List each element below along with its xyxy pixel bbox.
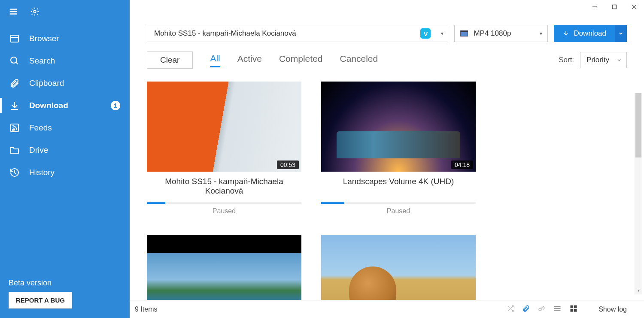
svg-rect-18 <box>571 309 574 312</box>
download-card[interactable] <box>147 235 301 300</box>
svg-point-3 <box>11 57 17 63</box>
film-icon <box>460 29 468 38</box>
gear-icon[interactable] <box>30 7 39 18</box>
search-icon <box>9 56 20 66</box>
duration-badge: 00:53 <box>277 161 299 169</box>
tab-all[interactable]: All <box>210 53 220 67</box>
sidebar: Browser Search Clipboard Download 1 Feed… <box>0 0 130 318</box>
sidebar-item-history[interactable]: History <box>0 161 130 184</box>
download-card[interactable]: 04:18 Landscapes Volume 4K (UHD) Paused <box>321 82 476 215</box>
progress-bar <box>321 202 476 204</box>
sidebar-item-feeds[interactable]: Feeds <box>0 117 130 139</box>
chevron-down-icon[interactable]: ▾ <box>441 30 444 36</box>
attachment-icon[interactable] <box>522 305 530 314</box>
svg-rect-5 <box>11 124 18 132</box>
sidebar-item-clipboard[interactable]: Clipboard <box>0 72 130 94</box>
sidebar-item-browser[interactable]: Browser <box>0 27 130 50</box>
download-card[interactable]: 00:53 Mohito SS15 - kampaň-Michaela Koci… <box>147 82 301 215</box>
tab-active[interactable]: Active <box>237 54 262 67</box>
key-icon[interactable] <box>538 305 545 314</box>
minimize-button[interactable] <box>585 0 605 14</box>
status-label: Paused <box>147 207 301 215</box>
svg-rect-16 <box>571 305 574 308</box>
maximize-button[interactable] <box>605 0 624 14</box>
svg-point-0 <box>33 10 36 13</box>
history-icon <box>9 167 20 178</box>
card-title: Mohito SS15 - kampaň-Michaela Kocianová <box>147 177 301 197</box>
svg-rect-11 <box>461 30 468 32</box>
svg-line-4 <box>16 62 18 64</box>
thumbnail <box>321 235 476 300</box>
format-value: MP4 1080p <box>474 29 511 38</box>
status-label: Paused <box>321 207 476 215</box>
grid-view-icon[interactable] <box>569 304 578 315</box>
scroll-down-icon[interactable]: ▾ <box>635 286 642 294</box>
chevron-down-icon: ▾ <box>540 30 542 36</box>
download-label: Download <box>574 29 606 38</box>
show-log-button[interactable]: Show log <box>598 306 627 313</box>
sidebar-item-drive[interactable]: Drive <box>0 139 130 161</box>
clear-button[interactable]: Clear <box>147 51 193 69</box>
tab-canceled[interactable]: Canceled <box>340 54 378 67</box>
sidebar-item-label: Download <box>29 101 68 110</box>
card-title: Landscapes Volume 4K (UHD) <box>321 177 476 197</box>
sidebar-item-label: Drive <box>29 145 48 155</box>
format-select[interactable]: MP4 1080p ▾ <box>454 25 548 42</box>
scrollbar[interactable]: ▾ <box>635 93 642 294</box>
rss-icon <box>9 123 20 133</box>
scrollbar-thumb[interactable] <box>635 93 641 157</box>
svg-point-12 <box>539 308 541 311</box>
sidebar-item-label: Search <box>29 56 55 66</box>
report-bug-button[interactable]: REPORT A BUG <box>9 292 72 309</box>
download-badge: 1 <box>111 101 120 110</box>
progress-bar <box>147 202 301 204</box>
hamburger-icon[interactable] <box>9 7 18 18</box>
close-button[interactable] <box>624 0 644 14</box>
duration-badge: 04:18 <box>451 161 473 169</box>
shuffle-icon[interactable] <box>507 305 514 314</box>
vimeo-icon: V <box>420 28 431 39</box>
main-area: Mohito SS15 - kampaň-Michaela Kocianová … <box>130 0 644 318</box>
download-icon <box>9 100 20 111</box>
sidebar-item-label: History <box>29 168 55 177</box>
thumbnail <box>147 235 301 300</box>
beta-label: Beta version <box>9 279 121 288</box>
sort-select[interactable]: Priority <box>580 52 627 68</box>
url-value: Mohito SS15 - kampaň-Michaela Kocianová <box>154 29 296 38</box>
download-split-button[interactable] <box>615 25 627 42</box>
svg-rect-7 <box>613 5 617 9</box>
sidebar-item-download[interactable]: Download 1 <box>0 94 130 117</box>
sidebar-item-label: Clipboard <box>29 79 64 88</box>
item-count: 9 Items <box>135 306 157 313</box>
svg-rect-1 <box>11 35 18 42</box>
paperclip-icon <box>9 78 20 88</box>
download-card[interactable] <box>321 235 476 300</box>
sidebar-item-label: Feeds <box>29 123 52 133</box>
url-input[interactable]: Mohito SS15 - kampaň-Michaela Kocianová … <box>147 25 448 42</box>
sort-label: Sort: <box>559 56 574 64</box>
thumbnail: 00:53 <box>147 82 301 172</box>
svg-rect-19 <box>574 309 577 312</box>
list-view-icon[interactable] <box>553 304 562 315</box>
browser-icon <box>9 33 20 44</box>
sidebar-item-label: Browser <box>29 34 59 43</box>
svg-rect-17 <box>574 305 577 308</box>
download-button[interactable]: Download <box>554 25 615 42</box>
folder-icon <box>9 145 20 155</box>
sidebar-item-search[interactable]: Search <box>0 50 130 72</box>
tab-completed[interactable]: Completed <box>279 54 323 67</box>
thumbnail: 04:18 <box>321 82 476 172</box>
